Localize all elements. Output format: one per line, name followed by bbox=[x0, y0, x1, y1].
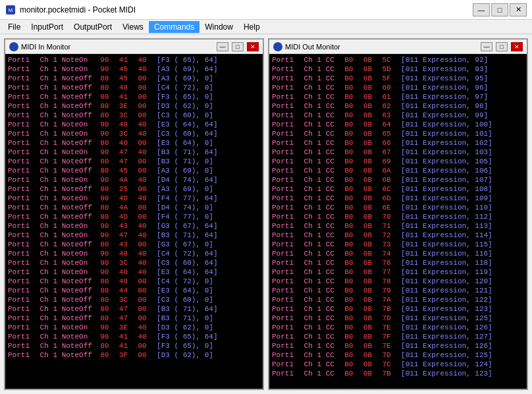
table-row: Port1 Ch 1 NoteOn 90 4D 40 [F4 ( 77), 64… bbox=[8, 194, 260, 203]
midi-in-title-bar: MIDI In Monitor — □ ✕ bbox=[5, 40, 263, 54]
midi-out-minimize[interactable]: — bbox=[481, 42, 492, 51]
table-row: Port1 Ch 1 CC B0 0B 7A [011 Expression, … bbox=[272, 295, 524, 304]
midi-out-body: Port1 Ch 1 CC B0 0B 5C [011 Expression, … bbox=[269, 54, 527, 389]
table-row: Port1 Ch 1 NoteOff 80 41 00 [F3 ( 65), 0… bbox=[8, 341, 260, 351]
table-row: Port1 Ch 1 CC B0 0B 60 [011 Expression, … bbox=[272, 83, 524, 92]
table-row: Port1 Ch 1 CC B0 0B 73 [011 Expression, … bbox=[272, 240, 524, 249]
table-row: Port1 Ch 1 NoteOn 90 3C 40 [C3 ( 60), 64… bbox=[8, 258, 260, 267]
midi-out-close[interactable]: ✕ bbox=[511, 42, 523, 51]
table-row: Port1 Ch 1 CC B0 0B 6C [011 Expression, … bbox=[272, 184, 524, 194]
table-row: Port1 Ch 1 CC B0 0B 6A [011 Expression, … bbox=[272, 166, 524, 175]
svg-text:M: M bbox=[9, 7, 13, 13]
menu-inputport[interactable]: InputPort bbox=[26, 21, 68, 33]
window-controls: — □ ✕ bbox=[473, 3, 527, 16]
table-row: Port1 Ch 1 NoteOff 80 3C 00 [C3 ( 60), 0… bbox=[8, 111, 260, 120]
table-row: Port1 Ch 1 CC B0 0B 77 [011 Expression, … bbox=[272, 267, 524, 277]
table-row: Port1 Ch 1 NoteOn 90 41 40 [F3 ( 65), 64… bbox=[8, 332, 260, 341]
table-row: Port1 Ch 1 CC B0 0B 7E [011 Expression, … bbox=[272, 341, 524, 351]
midi-out-log[interactable]: Port1 Ch 1 CC B0 0B 5C [011 Expression, … bbox=[269, 54, 527, 389]
midi-in-log[interactable]: Port1 Ch 1 NoteOn 90 41 40 [F3 ( 65), 64… bbox=[5, 54, 263, 389]
midi-out-title: MIDI Out Monitor bbox=[285, 43, 477, 51]
table-row: Port1 Ch 1 CC B0 0B 7D [011 Expression, … bbox=[272, 314, 524, 323]
maximize-button[interactable]: □ bbox=[491, 3, 508, 16]
midi-in-close[interactable]: ✕ bbox=[247, 42, 259, 51]
table-row: Port1 Ch 1 NoteOff 80 48 00 [C4 ( 72), 0… bbox=[8, 83, 260, 92]
table-row: Port1 Ch 1 NoteOn 90 3E 40 [D3 ( 62), 0] bbox=[8, 323, 260, 332]
table-row: Port1 Ch 1 CC B0 0B 63 [011 Expression, … bbox=[272, 111, 524, 120]
table-row: Port1 Ch 1 NoteOff 80 47 00 [B3 ( 71), 0… bbox=[8, 314, 260, 323]
table-row: Port1 Ch 1 CC B0 0B 7E [011 Expression, … bbox=[272, 323, 524, 332]
midi-in-title: MIDI In Monitor bbox=[21, 43, 213, 51]
table-row: Port1 Ch 1 CC B0 0B 6E [011 Expression, … bbox=[272, 203, 524, 212]
midi-in-icon bbox=[9, 42, 18, 51]
table-row: Port1 Ch 1 NoteOff 80 25 00 [A3 ( 69), 0… bbox=[8, 184, 260, 194]
main-content: MIDI In Monitor — □ ✕ Port1 Ch 1 NoteOn … bbox=[0, 34, 532, 394]
table-row: Port1 Ch 1 NoteOff 80 48 00 [C4 ( 72), 0… bbox=[8, 277, 260, 286]
app-title: monitor.pocketmidi - Pocket MIDI bbox=[20, 5, 473, 14]
table-row: Port1 Ch 1 CC B0 0B 7B [011 Expression, … bbox=[272, 369, 524, 378]
midi-in-body: Port1 Ch 1 NoteOn 90 41 40 [F3 ( 65), 64… bbox=[5, 54, 263, 389]
menu-bar: File InputPort OutputPort Views Commands… bbox=[0, 20, 532, 34]
table-row: Port1 Ch 1 CC B0 0B 7D [011 Expression, … bbox=[272, 351, 524, 360]
table-row: Port1 Ch 1 NoteOn 90 40 40 [E3 ( 64), 64… bbox=[8, 120, 260, 129]
midi-out-title-bar: MIDI Out Monitor — □ ✕ bbox=[269, 40, 527, 54]
title-bar: M monitor.pocketmidi - Pocket MIDI — □ ✕ bbox=[0, 0, 532, 20]
table-row: Port1 Ch 1 NoteOn 90 3C 40 [C3 ( 60), 64… bbox=[8, 129, 260, 138]
table-row: Port1 Ch 1 CC B0 0B 78 [011 Expression, … bbox=[272, 277, 524, 286]
table-row: Port1 Ch 1 CC B0 0B 5C [011 Expression, … bbox=[272, 55, 524, 65]
table-row: Port1 Ch 1 CC B0 0B 5D [011 Expression, … bbox=[272, 65, 524, 74]
table-row: Port1 Ch 1 CC B0 0B 7C [011 Expression, … bbox=[272, 360, 524, 369]
table-row: Port1 Ch 1 NoteOff 80 4D 00 [F4 ( 77), 0… bbox=[8, 212, 260, 221]
table-row: Port1 Ch 1 CC B0 0B 5F [011 Expression, … bbox=[272, 74, 524, 83]
table-row: Port1 Ch 1 NoteOff 80 40 00 [E3 ( 64), 0… bbox=[8, 138, 260, 148]
table-row: Port1 Ch 1 NoteOff 80 4A 00 [D4 ( 74), 0… bbox=[8, 203, 260, 212]
table-row: Port1 Ch 1 CC B0 0B 65 [011 Expression, … bbox=[272, 129, 524, 138]
table-row: Port1 Ch 1 NoteOff 80 45 00 [A3 ( 69), 0… bbox=[8, 166, 260, 175]
table-row: Port1 Ch 1 NoteOn 90 45 40 [A3 ( 69), 64… bbox=[8, 65, 260, 74]
midi-in-monitor: MIDI In Monitor — □ ✕ Port1 Ch 1 NoteOn … bbox=[4, 38, 264, 390]
menu-file[interactable]: File bbox=[3, 21, 26, 33]
table-row: Port1 Ch 1 NoteOff 80 47 00 [B3 ( 71), 6… bbox=[8, 304, 260, 314]
midi-out-monitor: MIDI Out Monitor — □ ✕ Port1 Ch 1 CC B0 … bbox=[268, 38, 528, 390]
table-row: Port1 Ch 1 NoteOn 90 41 40 [F3 ( 65), 64… bbox=[8, 55, 260, 65]
table-row: Port1 Ch 1 NoteOff 80 3C 00 [C3 ( 60), 0… bbox=[8, 295, 260, 304]
table-row: Port1 Ch 1 CC B0 0B 71 [011 Expression, … bbox=[272, 221, 524, 231]
table-row: Port1 Ch 1 CC B0 0B 76 [011 Expression, … bbox=[272, 258, 524, 267]
minimize-button[interactable]: — bbox=[473, 3, 490, 16]
midi-out-maximize[interactable]: □ bbox=[496, 42, 508, 51]
table-row: Port1 Ch 1 CC B0 0B 6B [011 Expression, … bbox=[272, 175, 524, 184]
close-button[interactable]: ✕ bbox=[510, 3, 527, 16]
table-row: Port1 Ch 1 CC B0 0B 7B [011 Expression, … bbox=[272, 304, 524, 314]
table-row: Port1 Ch 1 NoteOn 90 43 40 [G3 ( 67), 64… bbox=[8, 221, 260, 231]
table-row: Port1 Ch 1 NoteOff 80 44 00 [E3 ( 64), 0… bbox=[8, 286, 260, 295]
table-row: Port1 Ch 1 NoteOn 90 4A 40 [D4 ( 74), 64… bbox=[8, 175, 260, 184]
table-row: Port1 Ch 1 NoteOff 80 3F 00 [D3 ( 62), 0… bbox=[8, 351, 260, 360]
app-icon: M bbox=[5, 5, 16, 15]
table-row: Port1 Ch 1 CC B0 0B 64 [011 Expression, … bbox=[272, 120, 524, 129]
table-row: Port1 Ch 1 CC B0 0B 62 [011 Expression, … bbox=[272, 101, 524, 111]
menu-outputport[interactable]: OutputPort bbox=[68, 21, 117, 33]
table-row: Port1 Ch 1 CC B0 0B 70 [011 Expression, … bbox=[272, 212, 524, 221]
table-row: Port1 Ch 1 CC B0 0B 67 [011 Expression, … bbox=[272, 148, 524, 157]
table-row: Port1 Ch 1 NoteOff 80 41 00 [F3 ( 65), 0… bbox=[8, 92, 260, 101]
menu-commands[interactable]: Commands bbox=[149, 21, 200, 33]
table-row: Port1 Ch 1 NoteOff 80 3E 00 [D3 ( 62), 0… bbox=[8, 101, 260, 111]
menu-help[interactable]: Help bbox=[238, 21, 265, 33]
table-row: Port1 Ch 1 CC B0 0B 66 [011 Expression, … bbox=[272, 138, 524, 148]
midi-in-maximize[interactable]: □ bbox=[232, 42, 244, 51]
table-row: Port1 Ch 1 NoteOff 80 47 00 [B3 ( 71), 0… bbox=[8, 157, 260, 166]
table-row: Port1 Ch 1 NoteOff 80 45 00 [A3 ( 69), 0… bbox=[8, 74, 260, 83]
menu-views[interactable]: Views bbox=[117, 21, 149, 33]
table-row: Port1 Ch 1 CC B0 0B 72 [011 Expression, … bbox=[272, 231, 524, 240]
midi-in-minimize[interactable]: — bbox=[217, 42, 228, 51]
table-row: Port1 Ch 1 CC B0 0B 7F [011 Expression, … bbox=[272, 332, 524, 341]
table-row: Port1 Ch 1 NoteOn 90 47 40 [B3 ( 71), 64… bbox=[8, 148, 260, 157]
table-row: Port1 Ch 1 CC B0 0B 6D [011 Expression, … bbox=[272, 194, 524, 203]
table-row: Port1 Ch 1 CC B0 0B 79 [011 Expression, … bbox=[272, 286, 524, 295]
menu-window[interactable]: Window bbox=[200, 21, 238, 33]
table-row: Port1 Ch 1 CC B0 0B 61 [011 Expression, … bbox=[272, 92, 524, 101]
table-row: Port1 Ch 1 NoteOn 90 48 40 [C4 ( 72), 64… bbox=[8, 249, 260, 258]
table-row: Port1 Ch 1 CC B0 0B 69 [011 Expression, … bbox=[272, 157, 524, 166]
table-row: Port1 Ch 1 NoteOn 90 47 40 [B3 ( 71), 64… bbox=[8, 231, 260, 240]
table-row: Port1 Ch 1 NoteOn 90 40 40 [E3 ( 64), 64… bbox=[8, 267, 260, 277]
